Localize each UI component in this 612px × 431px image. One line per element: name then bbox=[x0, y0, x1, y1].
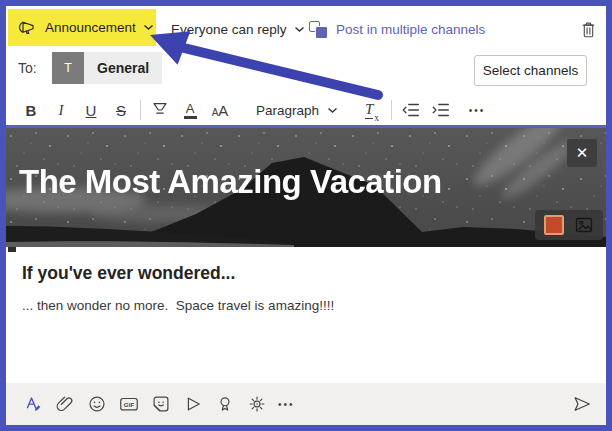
format-icon bbox=[28, 398, 41, 411]
toolbar-divider bbox=[391, 100, 392, 120]
svg-text:GIF: GIF bbox=[124, 401, 135, 408]
clear-formatting-button[interactable]: Tx bbox=[361, 97, 383, 123]
banner-image-button[interactable] bbox=[574, 215, 594, 235]
multi-channel-label: Post in multiple channels bbox=[336, 22, 485, 37]
send-button[interactable] bbox=[571, 393, 593, 415]
chevron-down-icon bbox=[294, 26, 305, 33]
post-type-dropdown[interactable]: Announcement bbox=[8, 9, 156, 46]
bold-button[interactable]: B bbox=[20, 97, 42, 123]
reply-setting-dropdown[interactable]: Everyone can reply bbox=[171, 16, 305, 42]
indent-icon bbox=[430, 99, 452, 121]
trash-icon bbox=[578, 19, 599, 41]
compose-more-options-button[interactable]: ••• bbox=[278, 399, 295, 410]
message-body-text[interactable]: ... then wonder no more. Space travel is… bbox=[22, 298, 334, 313]
post-type-label: Announcement bbox=[45, 20, 136, 35]
announcement-headline[interactable]: The Most Amazing Vacation bbox=[19, 163, 442, 201]
praise-button[interactable] bbox=[214, 393, 236, 415]
select-channels-button[interactable]: Select channels bbox=[474, 55, 587, 86]
paperclip-icon bbox=[54, 393, 76, 415]
sun-icon bbox=[246, 393, 268, 415]
indent-button[interactable] bbox=[430, 97, 452, 123]
channel-avatar: T bbox=[52, 52, 84, 84]
sun-button[interactable] bbox=[246, 393, 268, 415]
underline-button[interactable]: U bbox=[80, 97, 102, 123]
announcement-banner: The Most Amazing Vacation ✕ bbox=[6, 128, 606, 247]
emoji-icon bbox=[86, 393, 108, 415]
emoji-button[interactable] bbox=[86, 393, 108, 415]
font-color-button[interactable]: A bbox=[179, 97, 201, 123]
strikethrough-button[interactable]: S bbox=[110, 97, 132, 123]
italic-button[interactable]: I bbox=[50, 97, 72, 123]
toolbar-divider bbox=[140, 100, 141, 120]
banner-color-swatch-button[interactable] bbox=[544, 215, 564, 235]
paragraph-style-dropdown[interactable]: Paragraph bbox=[253, 97, 341, 123]
teams-announcement-composer: Announcement Everyone can reply Post in … bbox=[0, 0, 612, 431]
chevron-down-icon bbox=[143, 24, 154, 31]
highlighter-icon bbox=[149, 99, 171, 121]
sticker-icon bbox=[150, 393, 172, 415]
gif-icon: GIF bbox=[118, 393, 140, 415]
stream-button[interactable] bbox=[182, 393, 204, 415]
font-size-icon: AA bbox=[212, 103, 229, 118]
reply-setting-label: Everyone can reply bbox=[171, 22, 287, 37]
post-multiple-channels-link[interactable]: Post in multiple channels bbox=[309, 16, 485, 42]
image-resize-handle bbox=[8, 247, 16, 252]
multi-channel-icon bbox=[309, 20, 327, 38]
channel-chip: T General bbox=[52, 52, 162, 84]
outdent-button[interactable] bbox=[400, 97, 422, 123]
praise-icon bbox=[214, 393, 236, 415]
format-toolbar: B I U S A AA Paragraph bbox=[20, 96, 496, 124]
stream-icon bbox=[182, 393, 204, 415]
remove-banner-button[interactable]: ✕ bbox=[567, 139, 597, 167]
to-label: To: bbox=[18, 60, 37, 76]
attach-button[interactable] bbox=[54, 393, 76, 415]
toolbar-more-options-button[interactable]: ••• bbox=[466, 97, 488, 123]
send-icon bbox=[571, 392, 593, 416]
close-icon: ✕ bbox=[576, 144, 589, 162]
message-subhead[interactable]: If you've ever wondered... bbox=[22, 263, 235, 284]
channel-name: General bbox=[84, 52, 162, 84]
sticker-button[interactable] bbox=[150, 393, 172, 415]
font-color-icon: A bbox=[184, 102, 197, 119]
delete-draft-button[interactable] bbox=[575, 16, 602, 43]
chevron-down-icon bbox=[327, 107, 338, 114]
megaphone-icon bbox=[18, 20, 38, 36]
format-button[interactable] bbox=[22, 393, 44, 415]
gif-button[interactable]: GIF bbox=[118, 393, 140, 415]
highlight-button[interactable] bbox=[149, 97, 171, 123]
outdent-icon bbox=[400, 99, 422, 121]
banner-style-controls bbox=[535, 210, 603, 240]
compose-action-bar: GIF bbox=[6, 383, 606, 425]
font-size-button[interactable]: AA bbox=[209, 97, 231, 123]
